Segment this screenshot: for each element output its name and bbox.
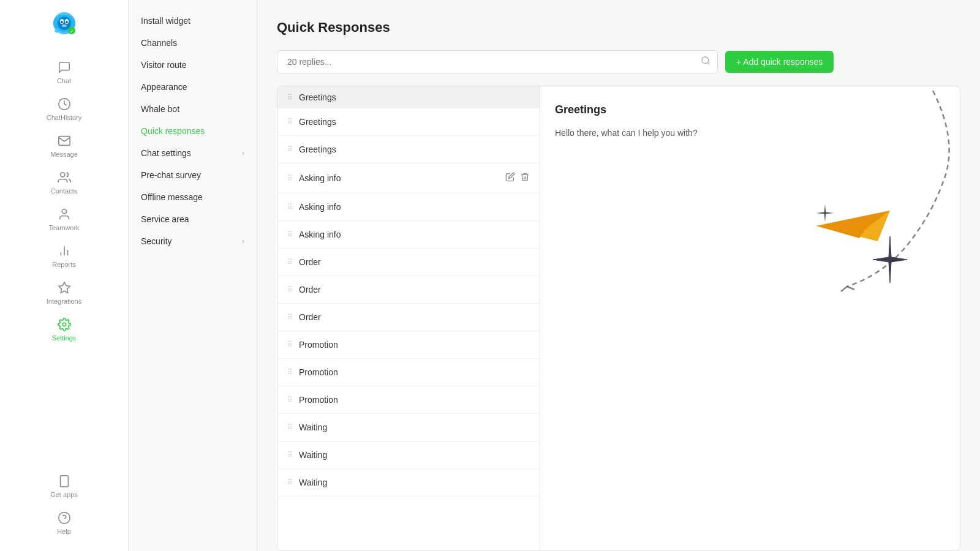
- list-item-asking-info-1[interactable]: ⠿ Asking info: [277, 163, 540, 193]
- sidebar-item-service-area[interactable]: Service area: [129, 208, 257, 230]
- drag-handle-section: ⠿: [287, 93, 293, 102]
- list-item-waiting-1[interactable]: ⠿ Waiting: [277, 414, 540, 441]
- chevron-right-icon: ›: [242, 149, 244, 157]
- drag-handle-icon: ⠿: [287, 340, 293, 349]
- sidebar-item-visitor-route[interactable]: Visitor route: [129, 54, 257, 76]
- list-item-promotion-2[interactable]: ⠿ Promotion: [277, 359, 540, 386]
- drag-handle-icon: ⠿: [287, 230, 293, 239]
- sub-sidebar: Install widget Channels Visitor route Ap…: [129, 0, 257, 551]
- search-box: [277, 50, 718, 73]
- svg-point-20: [58, 512, 69, 523]
- nav-label-contacts: Contacts: [51, 187, 77, 195]
- integrations-icon: [57, 280, 72, 295]
- svg-marker-16: [58, 282, 69, 293]
- svg-point-6: [66, 21, 67, 23]
- svg-point-5: [61, 21, 62, 23]
- list-section-header-greetings: ⠿ Greetings: [277, 86, 540, 108]
- chat-icon: [57, 60, 72, 75]
- svg-point-11: [60, 173, 64, 177]
- nav-label-chat: Chat: [57, 77, 71, 84]
- svg-point-12: [62, 209, 66, 214]
- app-logo: ✓: [50, 10, 79, 39]
- list-item-asking-info-2[interactable]: ⠿ Asking info: [277, 193, 540, 221]
- drag-handle-icon: ⠿: [287, 258, 293, 266]
- settings-icon: [57, 317, 72, 332]
- sidebar-item-quick-responses[interactable]: Quick responses: [129, 120, 257, 142]
- delete-icon[interactable]: [520, 172, 530, 184]
- nav-label-message: Message: [50, 151, 78, 158]
- drag-handle-icon: ⠿: [287, 368, 293, 377]
- icon-sidebar-bottom: Get apps Help: [0, 468, 128, 541]
- search-icon: [701, 56, 710, 68]
- edit-icon[interactable]: [505, 172, 515, 184]
- nav-item-chat[interactable]: Chat: [0, 54, 128, 91]
- sidebar-item-pre-chat-survey[interactable]: Pre-chat survey: [129, 164, 257, 186]
- toolbar: + Add quick responses: [277, 50, 960, 73]
- drag-handle-icon: ⠿: [287, 145, 293, 154]
- curved-arrow-decoration: [786, 86, 957, 313]
- nav-label-get-apps: Get apps: [50, 491, 78, 498]
- chevron-right-icon-security: ›: [242, 237, 244, 246]
- sidebar-item-chat-settings[interactable]: Chat settings ›: [129, 142, 257, 164]
- icon-nav: Chat ChatHistory Message: [0, 54, 128, 348]
- drag-handle-icon: ⠿: [287, 451, 293, 459]
- nav-item-chathistory[interactable]: ChatHistory: [0, 91, 128, 127]
- drag-handle-icon: ⠿: [287, 203, 293, 211]
- list-item-promotion-3[interactable]: ⠿ Promotion: [277, 386, 540, 414]
- get-apps-icon: [57, 474, 72, 489]
- help-icon: [57, 511, 72, 525]
- nav-label-chathistory: ChatHistory: [47, 114, 81, 121]
- contacts-icon: [57, 170, 72, 185]
- sidebar-item-appearance[interactable]: Appearance: [129, 76, 257, 98]
- nav-label-settings: Settings: [52, 334, 77, 342]
- sidebar-item-whale-bot[interactable]: Whale bot: [129, 98, 257, 120]
- nav-item-settings[interactable]: Settings: [0, 311, 128, 348]
- content-area: ⠿ Greetings ⠿ Greetings ⠿ Greetings ⠿ As…: [277, 86, 960, 551]
- svg-rect-18: [60, 476, 68, 487]
- message-icon: [57, 133, 72, 148]
- nav-item-reports[interactable]: Reports: [0, 238, 128, 274]
- svg-text:✓: ✓: [69, 29, 74, 34]
- list-panel: ⠿ Greetings ⠿ Greetings ⠿ Greetings ⠿ As…: [277, 86, 540, 551]
- drag-handle-icon: ⠿: [287, 118, 293, 126]
- icon-sidebar: ✓ Chat ChatHistory: [0, 0, 129, 551]
- teamwork-icon: [57, 207, 72, 222]
- page-title: Quick Responses: [277, 20, 960, 36]
- list-item[interactable]: ⠿ Greetings: [277, 136, 540, 163]
- list-item-order-3[interactable]: ⠿ Order: [277, 304, 540, 331]
- svg-point-2: [58, 17, 71, 30]
- nav-label-teamwork: Teamwork: [48, 224, 79, 231]
- svg-point-17: [62, 323, 66, 326]
- list-item-asking-info-3[interactable]: ⠿ Asking info: [277, 221, 540, 249]
- detail-panel: Greetings Hello there, what can I help y…: [540, 86, 960, 551]
- list-item-waiting-3[interactable]: ⠿ Waiting: [277, 469, 540, 497]
- drag-handle-icon: ⠿: [287, 285, 293, 294]
- nav-item-get-apps[interactable]: Get apps: [0, 468, 128, 504]
- chat-history-icon: [57, 97, 72, 111]
- sidebar-item-offline-message[interactable]: Offline message: [129, 186, 257, 208]
- nav-item-message[interactable]: Message: [0, 127, 128, 164]
- nav-item-contacts[interactable]: Contacts: [0, 164, 128, 201]
- drag-handle-icon: ⠿: [287, 395, 293, 404]
- nav-label-help: Help: [57, 528, 71, 535]
- nav-item-integrations[interactable]: Integrations: [0, 274, 128, 311]
- list-item-waiting-2[interactable]: ⠿ Waiting: [277, 441, 540, 469]
- nav-item-teamwork[interactable]: Teamwork: [0, 201, 128, 238]
- nav-label-integrations: Integrations: [47, 298, 81, 305]
- svg-point-7: [62, 24, 67, 27]
- item-actions: [505, 172, 530, 184]
- sidebar-item-security[interactable]: Security ›: [129, 230, 257, 252]
- list-item-order-1[interactable]: ⠿ Order: [277, 249, 540, 276]
- drag-handle-icon: ⠿: [287, 174, 293, 182]
- list-item-order-2[interactable]: ⠿ Order: [277, 276, 540, 304]
- search-input[interactable]: [277, 50, 718, 73]
- main-content: Quick Responses + Add quick responses ⠿ …: [257, 0, 980, 551]
- add-quick-responses-button[interactable]: + Add quick responses: [725, 51, 834, 73]
- decorative-area: [555, 140, 945, 323]
- drag-handle-icon: ⠿: [287, 478, 293, 487]
- nav-item-help[interactable]: Help: [0, 504, 128, 541]
- sidebar-item-install-widget[interactable]: Install widget: [129, 10, 257, 32]
- list-item-promotion-1[interactable]: ⠿ Promotion: [277, 331, 540, 359]
- sidebar-item-channels[interactable]: Channels: [129, 32, 257, 54]
- list-item[interactable]: ⠿ Greetings: [277, 108, 540, 136]
